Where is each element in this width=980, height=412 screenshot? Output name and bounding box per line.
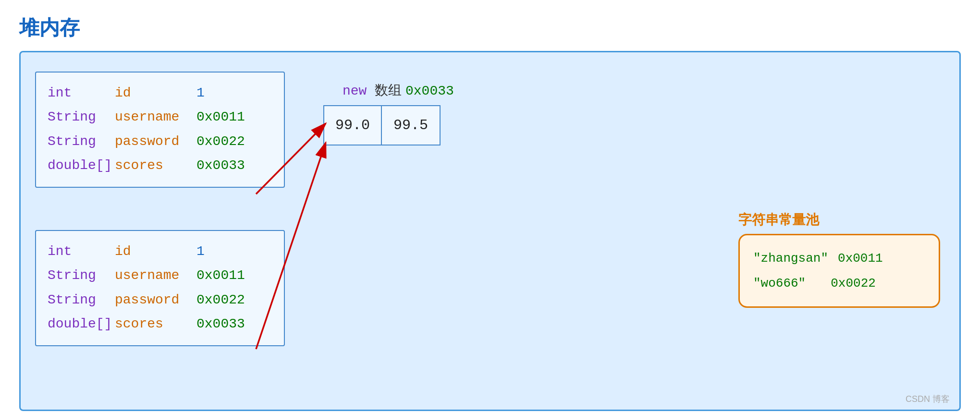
sp-addr-0: 0x0011 [838,246,883,271]
string-pool-wrapper: 字符串常量池 "zhangsan" 0x0011 "wo666" 0x0022 [738,211,940,308]
field-row: double[] scores 0x0033 [48,312,272,336]
array-box: 99.0 99.5 [323,105,441,145]
heap-container: int id 1 String username 0x0011 String p… [19,51,961,411]
field-id-2: id [115,240,196,264]
field-username-2: username [115,264,196,288]
field-row: String username 0x0011 [48,105,272,129]
array-label: new 数组 0x0033 [343,81,454,99]
value-id-1: 1 [196,81,205,105]
type-int-1: int [48,81,115,105]
string-pool-row-0: "zhangsan" 0x0011 [753,246,925,271]
object-box-1: int id 1 String username 0x0011 String p… [35,72,285,188]
string-pool-box: "zhangsan" 0x0011 "wo666" 0x0022 [738,234,940,308]
array-addr-label: 0x0033 [405,84,454,98]
type-string-3: String [48,264,115,288]
array-cell-0: 99.0 [324,106,382,145]
string-pool-title: 字符串常量池 [738,211,940,229]
field-password-1: password [115,130,196,154]
field-scores-2: scores [115,312,196,336]
type-double-2: double[] [48,312,115,336]
new-keyword: new [343,84,367,98]
type-string-2: String [48,130,115,154]
value-id-2: 1 [196,240,205,264]
value-scores-2: 0x0033 [196,312,245,336]
type-int-2: int [48,240,115,264]
value-username-1: 0x0011 [196,105,245,129]
sp-string-1: "wo666" [753,271,806,296]
field-row: double[] scores 0x0033 [48,154,272,178]
field-row: int id 1 [48,81,272,105]
array-keyword: 数组 [375,83,405,97]
page-wrapper: 堆内存 int id 1 String username 0x0011 Stri… [0,0,980,412]
type-double-1: double[] [48,154,115,178]
watermark: CSDN 博客 [906,393,950,405]
value-username-2: 0x0011 [196,264,245,288]
type-string-4: String [48,288,115,312]
value-password-2: 0x0022 [196,288,245,312]
type-string-1: String [48,105,115,129]
string-pool-row-1: "wo666" 0x0022 [753,271,925,296]
field-row: String password 0x0022 [48,288,272,312]
field-password-2: password [115,288,196,312]
field-username-1: username [115,105,196,129]
field-row: String username 0x0011 [48,264,272,288]
sp-string-0: "zhangsan" [753,246,828,271]
field-id-1: id [115,81,196,105]
value-scores-1: 0x0033 [196,154,245,178]
object-box-2: int id 1 String username 0x0011 String p… [35,230,285,346]
field-scores-1: scores [115,154,196,178]
array-cell-1: 99.5 [382,106,440,145]
field-row: String password 0x0022 [48,130,272,154]
value-password-1: 0x0022 [196,130,245,154]
page-title: 堆内存 [19,14,961,41]
sp-addr-1: 0x0022 [831,271,876,296]
field-row: int id 1 [48,240,272,264]
